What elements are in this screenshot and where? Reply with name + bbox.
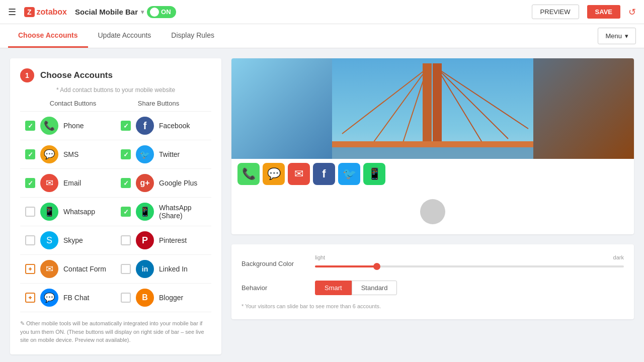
refresh-button[interactable]: ↺ (628, 7, 636, 18)
slider-labels: light dark (315, 254, 624, 260)
bg-color-slider-container: light dark (315, 254, 624, 273)
contact-cell-skype: S Skype (20, 231, 116, 249)
section-header: 1 Choose Accounts (20, 68, 211, 82)
hamburger-icon[interactable]: ☰ (8, 7, 16, 18)
checkbox-pinterest[interactable] (121, 235, 131, 245)
slider-fill (315, 265, 377, 267)
svg-rect-10 (332, 147, 533, 159)
linkedin-icon: in (136, 260, 154, 278)
skype-label: Skype (63, 236, 83, 244)
power-toggle[interactable]: ON (147, 6, 176, 18)
checkbox-whatsapp-share[interactable] (121, 207, 131, 217)
columns-header: Contact Buttons Share Buttons (20, 100, 211, 107)
save-button[interactable]: SAVE (587, 5, 620, 19)
behavior-group: Smart Standard (315, 281, 397, 295)
bg-color-row: Background Color light dark (242, 254, 624, 273)
table-row: 💬 FB Chat B Blogger (20, 284, 211, 312)
checkbox-twitter[interactable] (121, 149, 131, 159)
logo-text: zotabox (37, 8, 67, 17)
checkbox-facebook[interactable] (121, 121, 131, 131)
checkbox-sms[interactable] (25, 149, 35, 159)
sms-icon: 💬 (40, 145, 58, 163)
main-content: 1 Choose Accounts * Add contact buttons … (0, 48, 644, 362)
table-row: S Skype P Pinterest (20, 226, 211, 255)
link-icon (27, 266, 33, 272)
preview-facebook-icon: f (313, 163, 335, 185)
slider-thumb[interactable] (373, 263, 380, 270)
contact-form-icon: ✉ (40, 260, 58, 278)
smart-button[interactable]: Smart (315, 281, 352, 295)
standard-button[interactable]: Standard (352, 281, 397, 295)
preview-button[interactable]: PREVIEW (532, 5, 579, 19)
table-row: 📞 Phone f Facebook (20, 112, 211, 140)
preview-whatsapp-icon: 📱 (363, 163, 385, 185)
tab-display-rules[interactable]: Display Rules (161, 24, 224, 48)
section-title: Choose Accounts (40, 70, 113, 80)
settings-note: * Your visitors can slide bar to see mor… (242, 303, 624, 309)
logo-icon: Z (24, 7, 35, 17)
facebook-label: Facebook (159, 122, 190, 130)
whatsapp-share-label: WhatsApp (Share) (159, 204, 206, 220)
integration-note: ✎ Other mobile tools will be automatical… (20, 319, 211, 344)
whatsapp-label: Whatsapp (63, 208, 95, 216)
google-plus-label: Google Plus (159, 179, 197, 187)
table-row: 💬 SMS 🐦 Twitter (20, 140, 211, 169)
settings-card: Background Color light dark Behavior Sma… (231, 244, 634, 319)
fb-chat-label: FB Chat (63, 294, 89, 302)
contact-cell-phone: 📞 Phone (20, 117, 116, 135)
contact-cell-fb-chat: 💬 FB Chat (20, 289, 116, 307)
app-name-dropdown-icon[interactable]: ▾ (141, 9, 144, 16)
checkbox-fb-chat[interactable] (25, 293, 35, 303)
menu-button[interactable]: Menu ▾ (598, 28, 636, 44)
preview-email-icon: ✉ (288, 163, 310, 185)
table-row: 📱 Whatsapp 📱 WhatsApp (Share) (20, 198, 211, 226)
checkbox-linkedin[interactable] (121, 264, 131, 274)
share-cell-linkedin: in Linked In (116, 260, 211, 278)
share-cell-facebook: f Facebook (116, 117, 211, 135)
twitter-label: Twitter (159, 150, 180, 158)
slider-dark-label: dark (613, 254, 624, 260)
slider-track[interactable] (315, 265, 624, 267)
checkbox-google-plus[interactable] (121, 178, 131, 188)
app-name: Social Mobile Bar ▾ ON (75, 6, 176, 18)
contact-cell-email: ✉ Email (20, 174, 116, 192)
checkbox-phone[interactable] (25, 121, 35, 131)
table-row: ✉ Email g+ Google Plus (20, 169, 211, 198)
table-row: ✉ Contact Form in Linked In (20, 255, 211, 284)
share-cell-twitter: 🐦 Twitter (116, 145, 211, 163)
preview-phone-icon: 📞 (237, 163, 260, 185)
share-cell-pinterest: P Pinterest (116, 231, 211, 249)
whatsapp-icon: 📱 (40, 203, 58, 221)
right-panel: 📞 💬 ✉ f 🐦 📱 Background Color light dark (231, 58, 634, 354)
accounts-list: 📞 Phone f Facebook 💬 SMS 🐦 (20, 111, 211, 312)
tab-choose-accounts[interactable]: Choose Accounts (8, 24, 88, 48)
bridge-illustration (231, 58, 634, 159)
phone-icon: 📞 (40, 117, 58, 135)
share-cell-whatsapp: 📱 WhatsApp (Share) (116, 203, 211, 221)
preview-card: 📞 💬 ✉ f 🐦 📱 (231, 58, 634, 234)
sms-label: SMS (63, 150, 78, 158)
twitter-icon: 🐦 (136, 145, 154, 163)
section-subtitle: * Add contact buttons to your mobile web… (20, 86, 211, 94)
skype-icon: S (40, 231, 58, 249)
placeholder-circle (420, 199, 445, 224)
app-header: ☰ Z zotabox Social Mobile Bar ▾ ON PREVI… (0, 0, 644, 24)
behavior-label: Behavior (242, 284, 307, 292)
behavior-row: Behavior Smart Standard (242, 281, 624, 295)
share-cell-gplus: g+ Google Plus (116, 174, 211, 192)
checkbox-skype[interactable] (25, 235, 35, 245)
google-plus-icon: g+ (136, 174, 154, 192)
tabs-bar: Choose Accounts Update Accounts Display … (0, 24, 644, 48)
email-icon: ✉ (40, 174, 58, 192)
share-column-header: Share Buttons (116, 100, 201, 107)
tab-update-accounts[interactable]: Update Accounts (88, 24, 162, 48)
blogger-icon: B (136, 289, 154, 307)
contact-cell-whatsapp: 📱 Whatsapp (20, 203, 116, 221)
pinterest-label: Pinterest (159, 236, 187, 244)
checkbox-email[interactable] (25, 178, 35, 188)
share-cell-blogger: B Blogger (116, 289, 211, 307)
checkbox-whatsapp[interactable] (25, 207, 35, 217)
preview-placeholder (231, 189, 634, 234)
checkbox-contact-form[interactable] (25, 264, 35, 274)
checkbox-blogger[interactable] (121, 293, 131, 303)
